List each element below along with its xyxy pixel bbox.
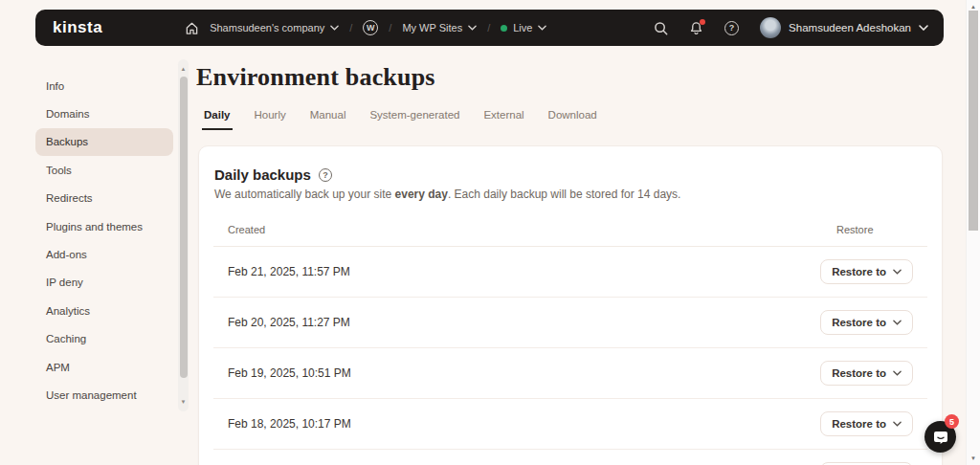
page-scrollbar-thumb[interactable]	[969, 11, 978, 231]
sidebar-item-ip-deny[interactable]: IP deny	[35, 269, 173, 297]
company-selector[interactable]: Shamsudeen's company	[210, 22, 339, 33]
sidebar-item-label: Add-ons	[46, 249, 87, 260]
sidebar-item-user-management[interactable]: User management	[35, 381, 173, 409]
chat-unread-badge: 5	[945, 414, 959, 429]
page-scrollbar[interactable]: ▲ ▼	[966, 0, 980, 465]
sidebar-scrollbar[interactable]: ▲ ▼	[178, 59, 189, 411]
breadcrumb-separator: /	[389, 22, 391, 33]
sidebar-scrollbar-thumb[interactable]	[180, 77, 188, 378]
notifications-bell-icon[interactable]	[689, 21, 703, 35]
sidebar-item-label: Tools	[46, 165, 72, 176]
card-title: Daily backups	[214, 166, 311, 183]
user-name: Shamsudeen Adeshokan	[789, 22, 911, 33]
sidebar-item-redirects[interactable]: Redirects	[35, 185, 173, 212]
tab-daily[interactable]: Daily	[202, 109, 233, 130]
sidebar-item-label: Redirects	[46, 192, 93, 204]
restore-to-label: Restore to	[832, 418, 886, 430]
tab-label: System-generated	[369, 109, 459, 121]
column-created: Created	[228, 224, 265, 235]
kinsta-dashboard: kinsta Shamsudeen's company / W / My WP …	[0, 0, 980, 465]
restore-to-button[interactable]: Restore to	[820, 411, 913, 436]
sidebar-item-tools[interactable]: Tools	[35, 156, 173, 184]
table-row: Feb 18, 2025, 10:17 PM Restore to	[213, 399, 927, 450]
search-icon[interactable]	[654, 21, 668, 35]
chevron-down-icon	[538, 25, 546, 31]
tab-label: Download	[548, 109, 597, 121]
help-icon[interactable]: ?	[724, 21, 739, 35]
table-row: Feb 19, 2025, 10:51 PM Restore to	[213, 348, 927, 399]
sidebar-item-label: Plugins and themes	[46, 221, 143, 232]
restore-to-label: Restore to	[832, 367, 886, 379]
daily-backups-card: Daily backups ? We automatically back up…	[198, 145, 943, 465]
tab-manual[interactable]: Manual	[308, 109, 348, 130]
backup-created-date: Feb 20, 2025, 11:27 PM	[228, 316, 350, 329]
chevron-down-icon	[893, 320, 902, 325]
restore-to-button[interactable]: Restore to	[820, 361, 913, 386]
wordpress-icon[interactable]: W	[363, 20, 378, 35]
backups-table: Created Restore Feb 21, 2025, 11:57 PM R…	[213, 216, 927, 465]
table-body: Feb 21, 2025, 11:57 PM Restore to Feb 20…	[213, 247, 927, 465]
scroll-down-arrow-icon[interactable]: ▼	[178, 398, 189, 406]
sidebar-item-caching[interactable]: Caching	[35, 325, 173, 353]
sidebar-nav: Info Domains Backups Tools Redirects Plu…	[35, 72, 173, 410]
sidebar-item-plugins-and-themes[interactable]: Plugins and themes	[35, 212, 173, 240]
chevron-down-icon	[893, 370, 902, 376]
chevron-down-icon	[919, 25, 928, 31]
table-row: Feb 20, 2025, 11:27 PM Restore to	[213, 298, 927, 348]
tab-system-generated[interactable]: System-generated	[368, 109, 461, 130]
scroll-up-arrow-icon[interactable]: ▲	[178, 65, 189, 73]
sidebar-item-label: User management	[46, 389, 137, 401]
restore-to-label: Restore to	[832, 266, 886, 277]
card-description: We automatically back up your site every…	[214, 188, 926, 201]
sidebar-item-label: Domains	[46, 108, 89, 120]
site-selector[interactable]: My WP Sites	[402, 22, 477, 33]
sidebar-item-domains[interactable]: Domains	[35, 100, 173, 127]
help-icon[interactable]: ?	[319, 168, 332, 182]
sidebar-item-label: Caching	[46, 333, 86, 344]
sidebar-item-label: APM	[46, 362, 70, 373]
tab-label: Hourly	[255, 109, 286, 121]
sidebar-item-label: Info	[46, 80, 64, 92]
restore-to-label: Restore to	[832, 317, 886, 328]
tab-download[interactable]: Download	[546, 109, 599, 130]
chevron-down-icon	[468, 25, 477, 31]
tab-label: Manual	[310, 109, 346, 121]
top-navbar: kinsta Shamsudeen's company / W / My WP …	[35, 10, 944, 46]
chevron-down-icon	[893, 269, 902, 275]
sidebar-item-apm[interactable]: APM	[35, 353, 173, 381]
tab-label: Daily	[204, 109, 231, 121]
scroll-down-arrow-icon[interactable]: ▼	[967, 454, 980, 462]
scroll-up-arrow-icon[interactable]: ▲	[967, 3, 980, 11]
breadcrumb-separator: /	[487, 22, 490, 33]
tab-label: External	[483, 109, 523, 121]
user-menu[interactable]: Shamsudeen Adeshokan	[760, 17, 928, 38]
sidebar-item-analytics[interactable]: Analytics	[35, 297, 173, 324]
tab-external[interactable]: External	[481, 109, 525, 130]
environment-name: Live	[513, 22, 532, 33]
sidebar-item-backups[interactable]: Backups	[35, 128, 173, 156]
tab-hourly[interactable]: Hourly	[253, 109, 288, 130]
sidebar-item-info[interactable]: Info	[35, 72, 173, 100]
backup-created-date: Feb 21, 2025, 11:57 PM	[228, 265, 350, 278]
chat-launcher[interactable]: 5	[924, 421, 956, 453]
environment-selector[interactable]: Live	[501, 22, 546, 33]
breadcrumb: Shamsudeen's company / W / My WP Sites /…	[185, 20, 546, 35]
chevron-down-icon	[330, 25, 339, 31]
avatar	[760, 17, 781, 38]
notification-dot	[700, 19, 705, 25]
chat-icon	[933, 430, 948, 445]
sidebar-item-add-ons[interactable]: Add-ons	[35, 240, 173, 268]
table-row: Feb 21, 2025, 11:57 PM Restore to	[213, 247, 927, 298]
restore-to-button[interactable]: Restore to	[820, 259, 913, 284]
live-status-dot	[501, 25, 507, 32]
column-restore: Restore	[836, 224, 913, 235]
page-title: Environment backups	[196, 63, 435, 92]
kinsta-logo[interactable]: kinsta	[53, 18, 102, 37]
breadcrumb-separator: /	[349, 22, 352, 33]
site-name: My WP Sites	[402, 22, 462, 33]
company-name: Shamsudeen's company	[210, 22, 324, 33]
chevron-down-icon	[893, 421, 902, 427]
restore-to-button[interactable]: Restore to	[820, 310, 913, 335]
home-icon[interactable]	[185, 21, 199, 35]
backup-created-date: Feb 19, 2025, 10:51 PM	[228, 366, 351, 380]
